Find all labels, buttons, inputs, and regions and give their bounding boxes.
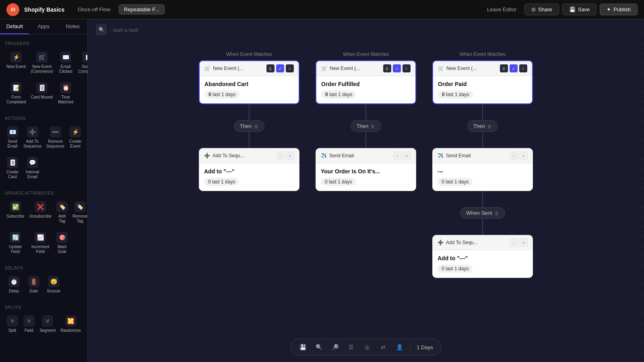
sidebar-item-subscribe[interactable]: ✅ Subscribe [5, 198, 26, 227]
card-check-btn-1[interactable]: ✓ [276, 64, 284, 72]
sub-action-card-actions-3: □ ≡ [510, 239, 528, 247]
event-card-body-3: Order Paid 0 last 1 days [433, 76, 532, 103]
sidebar-item-unsubscribe[interactable]: ❌ Unsubscribe [27, 198, 53, 227]
sub-connector-3: When Sent 🗑 [460, 191, 505, 235]
sidebar-item-randomize[interactable]: 🔀 Randomize [59, 312, 83, 336]
card-check-btn-2[interactable]: ✓ [393, 64, 401, 72]
action-card-2[interactable]: ✈️ Send Email □ ≡ Your Order Is On It's.… [316, 148, 416, 191]
flow-column-3: When Event Matches 🛒 New Event (... 🗑 ✓ … [432, 51, 533, 330]
sidebar-item-add-sequence[interactable]: ➕ Add To Sequence [22, 123, 43, 152]
leave-editor-button[interactable]: Leave Editor [482, 4, 521, 15]
save-button[interactable]: 💾 Save [562, 4, 597, 15]
action-delete-btn-2[interactable]: □ [393, 152, 401, 160]
then-button-1[interactable]: Then 🗑 [234, 120, 265, 132]
card-menu-btn-3[interactable]: ≡ [519, 64, 527, 72]
when-sent-button[interactable]: When Sent 🗑 [460, 207, 505, 219]
sidebar-item-increment-field[interactable]: 📈 Increment Field [27, 228, 53, 257]
time-icon: ⏰ [60, 82, 71, 93]
card-delete-btn-2[interactable]: 🗑 [383, 64, 391, 72]
sidebar-item-snooze[interactable]: 😴 Snooze [45, 273, 63, 297]
create-event-icon: ⚡ [70, 126, 81, 138]
sidebar-item-form[interactable]: 📝 Form Completed [5, 79, 27, 108]
action-name-2: Your Order Is On It's... [321, 168, 411, 175]
sidebar-item-add-tag[interactable]: 🏷️ Add Tag [55, 198, 69, 227]
action-stat-3: 0 last 1 days [438, 178, 473, 186]
action-card-body-1: Add to "---" 0 last 1 days [199, 163, 299, 191]
sub-action-name-3: Add to "---" [438, 255, 528, 261]
sidebar-tab-default[interactable]: Default [0, 19, 29, 34]
event-card-3[interactable]: 🛒 New Event (... 🗑 ✓ ≡ Order Paid 0 last… [432, 60, 533, 104]
sidebar-item-label: Survey Completed [78, 64, 88, 74]
card-check-btn-3[interactable]: ✓ [510, 64, 518, 72]
then-button-3[interactable]: Then 🗑 [467, 120, 498, 132]
card-menu-btn-1[interactable]: ≡ [286, 64, 294, 72]
survey-icon: 📋 [82, 51, 88, 63]
tab-repeatable[interactable]: Repeatable F... [119, 4, 164, 14]
event-card-title-3: New Event (... [446, 66, 497, 71]
trigger-name-2: Order Fulfilled [321, 81, 411, 87]
trigger-stat-2: 0 last 1 days [321, 90, 356, 99]
card-delete-btn-3[interactable]: 🗑 [500, 64, 508, 72]
toolbar-pointer-btn[interactable]: ◎ [361, 341, 373, 353]
sidebar-item-remove-tag[interactable]: 🏷️ Remove Tag [71, 198, 88, 227]
sidebar-item-gate[interactable]: 🚪 Gate [25, 273, 43, 297]
sidebar-item-create-event[interactable]: ⚡ Create Event [68, 123, 83, 152]
toolbar-connect-btn[interactable]: ⇄ [378, 341, 389, 353]
sidebar-item-label: Remove Tag [72, 214, 87, 224]
card-menu-btn-2[interactable]: ≡ [402, 64, 411, 72]
tab-once-off[interactable]: Once-off Flow [72, 4, 116, 14]
action-menu-btn-2[interactable]: ≡ [403, 152, 411, 160]
toolbar-divider [410, 343, 410, 351]
publish-button[interactable]: ✦ Publish [600, 4, 638, 15]
action-delete-btn-1[interactable]: □ [277, 152, 285, 160]
sidebar-item-remove-sequence[interactable]: ➖ Remove Sequence [45, 123, 66, 152]
action-card-actions-1: □ ≡ [277, 152, 294, 160]
sidebar-item-create-card[interactable]: 🃏 Create Card [5, 154, 20, 183]
action-menu-btn-3[interactable]: ≡ [520, 152, 528, 160]
sidebar-item-mark-goal[interactable]: 🎯 Mark Goal [55, 228, 69, 257]
action-card-3[interactable]: ✈️ Send Email □ ≡ --- 0 last 1 days [432, 148, 533, 191]
share-icon: ⊙ [531, 6, 536, 12]
add-tag-icon: 🏷️ [56, 201, 68, 212]
sidebar-item-send-email[interactable]: 📧 Send Email [5, 123, 20, 152]
sidebar-item-split[interactable]: ⑂ Split [5, 312, 20, 336]
sidebar-tab-notes[interactable]: Notes [58, 19, 87, 34]
sidebar-item-delay[interactable]: ⏱️ Delay [5, 273, 23, 297]
toolbar-save-btn[interactable]: 💾 [297, 341, 308, 353]
share-button[interactable]: ⊙ Share [524, 4, 559, 15]
splits-title: Splits [5, 302, 83, 312]
sub-action-delete-btn-3[interactable]: □ [510, 239, 518, 247]
sidebar-item-new-event-commerce[interactable]: 🛒 New Event (Commerce) [29, 48, 55, 77]
when-sent-trash-icon: 🗑 [495, 211, 499, 216]
sidebar-item-internal-email[interactable]: 💬 Internal Email [22, 154, 43, 183]
sidebar-item-label: Segment [39, 328, 56, 333]
connector-line-1 [249, 104, 250, 120]
toolbar-zoom-in-btn[interactable]: 🔍 [313, 341, 324, 353]
sidebar-item-label: Snooze [47, 289, 60, 294]
canvas-search-button[interactable]: 🔍 [96, 24, 107, 35]
sub-action-card-3[interactable]: ➕ Add To Sequ... □ ≡ Add to "---" 0 last… [432, 235, 533, 278]
action-menu-btn-1[interactable]: ≡ [286, 152, 294, 160]
sidebar-item-email-clicked[interactable]: ✉️ Email Clicked [56, 48, 75, 77]
then-button-2[interactable]: Then 🗑 [351, 120, 382, 132]
sidebar-item-label: Unsubscribe [29, 214, 52, 219]
action-card-1[interactable]: ➕ Add To Sequ... □ ≡ Add to "---" 0 last… [199, 148, 299, 191]
sidebar-item-new-event[interactable]: ⚡ New Event [5, 48, 27, 77]
event-card-2[interactable]: 🛒 New Event (... 🗑 ✓ ≡ Order Fulfilled 0… [316, 60, 416, 104]
sidebar-item-card-moved[interactable]: 🃏 Card Moved [29, 79, 55, 108]
event-card-1[interactable]: 🛒 New Event (... 🗑 ✓ ≡ Abandoned Cart 0 … [199, 60, 299, 104]
sidebar-item-label: Time Matched [58, 95, 73, 105]
sub-action-menu-btn-3[interactable]: ≡ [520, 239, 528, 247]
toolbar-person-btn[interactable]: 👤 [394, 341, 405, 353]
sidebar-item-field-split[interactable]: ⑂ Field [21, 312, 36, 336]
sidebar-item-update-field[interactable]: 🔄 Update Field [5, 228, 26, 257]
sidebar-item-time-matched[interactable]: ⏰ Time Matched [56, 79, 75, 108]
toolbar-list-btn[interactable]: ☰ [345, 341, 357, 353]
sidebar-item-survey[interactable]: 📋 Survey Completed [76, 48, 88, 77]
sidebar-item-segment[interactable]: ⑂ Segment [38, 312, 57, 336]
toolbar-zoom-out-btn[interactable]: 🔎 [329, 341, 341, 353]
sidebar-item-label: Randomize [60, 328, 81, 333]
action-delete-btn-3[interactable]: □ [510, 152, 518, 160]
sidebar-tab-apps[interactable]: Apps [29, 19, 58, 34]
card-delete-btn-1[interactable]: 🗑 [266, 64, 275, 72]
